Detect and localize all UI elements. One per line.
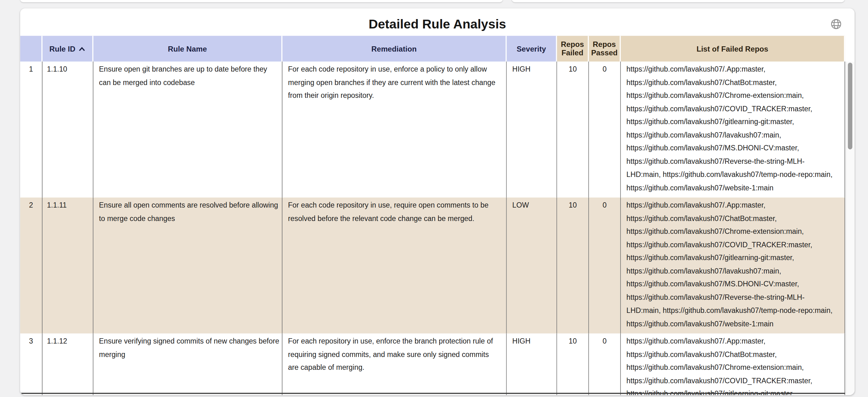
cell-rule-id: 1.1.11 xyxy=(42,197,93,334)
cell-severity: HIGH xyxy=(507,334,557,395)
header-failed-repos-list[interactable]: List of Failed Repos xyxy=(621,36,845,62)
cell-rule-name: Ensure verifying signed commits of new c… xyxy=(93,334,282,395)
rules-table: Rule ID Rule Name Remediation Severity R… xyxy=(20,36,845,395)
table-body: 1 1.1.10 Ensure open git branches are up… xyxy=(20,62,845,395)
cell-repos-failed: 10 xyxy=(557,334,589,395)
header-rule-name[interactable]: Rule Name xyxy=(93,36,282,62)
header-severity[interactable]: Severity xyxy=(507,36,557,62)
table-header-row: Rule ID Rule Name Remediation Severity R… xyxy=(20,36,845,62)
vertical-scrollbar[interactable] xyxy=(845,62,855,394)
table-bottom-border xyxy=(20,393,845,394)
page-title: Detailed Rule Analysis xyxy=(20,17,855,32)
cell-rule-name: Ensure open git branches are up to date … xyxy=(93,62,282,197)
cell-rule-name: Ensure all open comments are resolved be… xyxy=(93,197,282,334)
table-row: 3 1.1.12 Ensure verifying signed commits… xyxy=(20,334,845,395)
cell-repos-failed: 10 xyxy=(557,62,589,197)
partial-card-top-left xyxy=(20,0,503,2)
table-row: 1 1.1.10 Ensure open git branches are up… xyxy=(20,62,845,197)
header-repos-passed[interactable]: Repos Passed xyxy=(589,36,621,62)
cell-failed-repos: https://github.com/lavakush07/.App:maste… xyxy=(621,334,845,395)
header-index xyxy=(20,36,42,62)
table-row: 2 1.1.11 Ensure all open comments are re… xyxy=(20,197,845,334)
viewport: Detailed Rule Analysis Rule ID Rule Nam xyxy=(0,0,868,397)
cell-rule-id: 1.1.10 xyxy=(42,62,93,197)
cell-repos-passed: 0 xyxy=(589,197,621,334)
cell-row-number: 2 xyxy=(20,197,42,334)
cell-repos-passed: 0 xyxy=(589,334,621,395)
cell-row-number: 1 xyxy=(20,62,42,197)
header-rule-id[interactable]: Rule ID xyxy=(42,36,93,62)
rule-analysis-card: Detailed Rule Analysis Rule ID Rule Nam xyxy=(20,8,855,395)
cell-severity: HIGH xyxy=(507,62,557,197)
sort-asc-icon xyxy=(78,44,85,53)
header-remediation[interactable]: Remediation xyxy=(282,36,507,62)
cell-remediation: For each repository in use, enforce the … xyxy=(282,334,507,395)
header-repos-failed[interactable]: Repos Failed xyxy=(557,36,589,62)
cell-severity: LOW xyxy=(507,197,557,334)
scrollbar-thumb[interactable] xyxy=(848,63,852,149)
cell-rule-id: 1.1.12 xyxy=(42,334,93,395)
globe-icon[interactable] xyxy=(830,18,842,30)
cell-failed-repos: https://github.com/lavakush07/.App:maste… xyxy=(621,197,845,334)
cell-row-number: 3 xyxy=(20,334,42,395)
cell-remediation: For each code repository in use, enforce… xyxy=(282,62,507,197)
cell-repos-passed: 0 xyxy=(589,62,621,197)
cell-remediation: For each code repository in use, require… xyxy=(282,197,507,334)
header-rule-id-label: Rule ID xyxy=(50,44,75,53)
cell-failed-repos: https://github.com/lavakush07/.App:maste… xyxy=(621,62,845,197)
cell-repos-failed: 10 xyxy=(557,197,589,334)
partial-card-top-right xyxy=(512,0,844,2)
